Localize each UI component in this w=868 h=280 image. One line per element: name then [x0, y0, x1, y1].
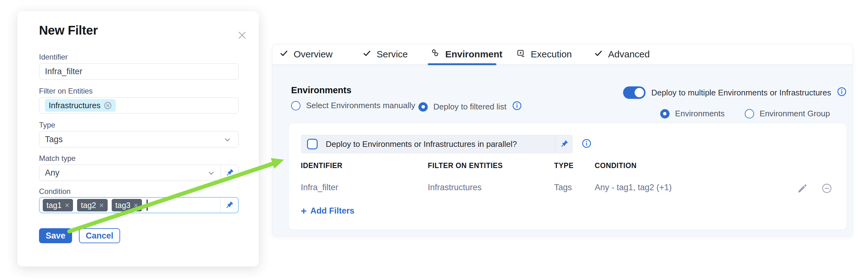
- check-icon: [594, 49, 603, 60]
- tab-advanced[interactable]: Advanced: [594, 44, 650, 64]
- env-or-group-radio-row: Environments Environment Group: [660, 109, 830, 118]
- radio-label: Environments: [675, 109, 725, 118]
- match-type-value: Any: [45, 168, 60, 178]
- close-icon[interactable]: [236, 29, 248, 41]
- save-button[interactable]: Save: [39, 228, 72, 243]
- radio-icon[interactable]: [291, 101, 301, 110]
- environment-hexagons-icon: [430, 48, 440, 61]
- tag-label: tag2: [81, 201, 96, 210]
- info-icon[interactable]: [512, 101, 522, 113]
- remove-minus-circle-icon[interactable]: [821, 183, 832, 195]
- chevron-down-icon: [223, 136, 231, 146]
- type-label: Type: [39, 121, 55, 129]
- modal-title: New Filter: [39, 23, 98, 37]
- tab-label: Execution: [531, 49, 572, 60]
- circle-x-icon[interactable]: [103, 101, 112, 110]
- entities-chip[interactable]: Infrastructures: [45, 99, 116, 112]
- parallel-checkbox-bar: Deploy to Environments or Infrastructure…: [301, 135, 573, 153]
- row-condition: Any - tag1, tag2 (+1): [595, 183, 672, 193]
- cancel-button[interactable]: Cancel: [79, 228, 120, 243]
- tab-execution[interactable]: Execution: [516, 44, 572, 64]
- type-value: Tags: [45, 135, 63, 144]
- screen: New Filter Identifier Infra_filter Filte…: [0, 0, 868, 280]
- toggle-label: Deploy to multiple Environments or Infra…: [651, 88, 831, 98]
- radio-selected-icon[interactable]: [660, 109, 670, 118]
- condition-label: Condition: [39, 187, 70, 196]
- pipeline-stage-panel: Overview Service Environment Execution A…: [272, 44, 853, 236]
- bar-right: [555, 135, 573, 153]
- remove-tag-icon[interactable]: ×: [65, 202, 69, 209]
- tab-label: Advanced: [608, 49, 650, 60]
- pin-icon[interactable]: [220, 198, 238, 213]
- tag-label: tag3: [116, 201, 131, 210]
- parallel-checkbox-label: Deploy to Environments or Infrastructure…: [326, 139, 517, 149]
- plus-icon: +: [301, 206, 307, 216]
- new-filter-modal: New Filter Identifier Infra_filter Filte…: [17, 11, 259, 267]
- active-tab-underline: [428, 63, 496, 65]
- check-icon: [279, 49, 289, 60]
- type-select[interactable]: Tags: [39, 131, 239, 147]
- match-type-select[interactable]: Any: [39, 165, 239, 181]
- row-entities: Infrastructures: [428, 183, 482, 193]
- tab-label: Service: [377, 49, 408, 60]
- identifier-value: Infra_filter: [45, 67, 82, 76]
- checkbox-unchecked[interactable]: [307, 139, 318, 149]
- add-filters-label: Add Filters: [310, 206, 354, 216]
- tag-label: tag1: [46, 201, 62, 210]
- stage-tabbar: Overview Service Environment Execution A…: [272, 44, 852, 65]
- condition-input[interactable]: tag1 × tag2 × tag3 ×: [39, 197, 239, 213]
- radio-label: Environment Group: [760, 109, 830, 118]
- environments-heading: Environments: [291, 85, 351, 96]
- filters-card: Deploy to Environments or Infrastructure…: [289, 124, 846, 230]
- tab-environment[interactable]: Environment: [430, 44, 502, 64]
- multi-env-toggle-row: Deploy to multiple Environments or Infra…: [623, 86, 847, 99]
- identifier-input[interactable]: Infra_filter: [39, 63, 239, 79]
- match-type-label: Match type: [39, 154, 75, 163]
- condition-tag-chip[interactable]: tag1 ×: [43, 199, 73, 211]
- radio-label: Deploy to filtered list: [433, 102, 506, 112]
- check-icon: [362, 49, 372, 60]
- tab-service[interactable]: Service: [362, 44, 408, 64]
- chevron-down-icon: [207, 169, 215, 179]
- col-header-type: TYPE: [554, 162, 574, 170]
- info-icon[interactable]: [837, 87, 847, 99]
- radio-deploy-filtered-list[interactable]: Deploy to filtered list: [418, 101, 522, 113]
- toggle-on[interactable]: [623, 86, 646, 99]
- radio-selected-icon[interactable]: [418, 102, 428, 112]
- row-identifier: Infra_filter: [301, 183, 338, 193]
- remove-tag-icon[interactable]: ×: [99, 202, 104, 209]
- text-cursor: [147, 200, 148, 211]
- pin-icon[interactable]: [221, 165, 238, 180]
- add-filters-button[interactable]: + Add Filters: [301, 206, 354, 216]
- tab-label: Environment: [445, 49, 502, 60]
- entities-input[interactable]: Infrastructures: [39, 97, 239, 113]
- radio-icon[interactable]: [745, 109, 754, 118]
- remove-tag-icon[interactable]: ×: [133, 202, 138, 209]
- execution-play-icon: [516, 49, 526, 60]
- tab-overview[interactable]: Overview: [279, 44, 333, 64]
- col-header-entities: FILTER ON ENTITIES: [428, 162, 503, 170]
- entities-chip-label: Infrastructures: [49, 101, 100, 110]
- condition-tag-chip[interactable]: tag2 ×: [77, 199, 107, 211]
- col-header-identifier: IDENTIFIER: [301, 162, 343, 170]
- entities-label: Filter on Entities: [39, 87, 93, 96]
- radio-label: Select Environments manually: [306, 101, 415, 110]
- info-icon[interactable]: [582, 138, 592, 150]
- identifier-label: Identifier: [39, 53, 68, 62]
- tab-label: Overview: [293, 49, 333, 60]
- radio-select-manually[interactable]: Select Environments manually: [291, 101, 415, 110]
- pin-icon[interactable]: [555, 139, 573, 149]
- row-type: Tags: [554, 183, 572, 193]
- edit-pencil-icon[interactable]: [797, 183, 808, 195]
- condition-tag-chip[interactable]: tag3 ×: [112, 199, 142, 211]
- col-header-condition: CONDITION: [595, 162, 637, 170]
